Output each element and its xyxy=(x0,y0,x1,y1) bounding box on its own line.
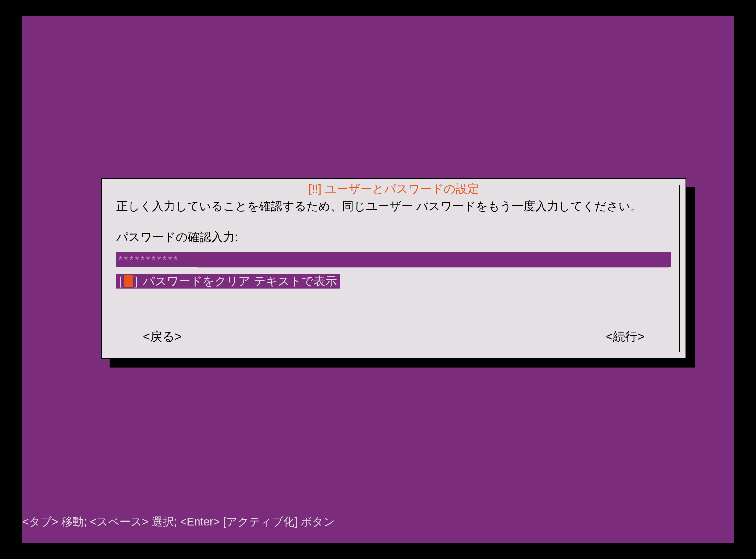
continue-button[interactable]: <続行> xyxy=(606,329,645,345)
dialog-button-row: <戻る> <続行> xyxy=(143,329,645,345)
back-button[interactable]: <戻る> xyxy=(143,329,182,345)
footer-help-text: <タブ> 移動; <スペース> 選択; <Enter> [アクティブ化] ボタン xyxy=(22,514,335,529)
instruction-text: 正しく入力していることを確認するため、同じユーザー パスワードをもう一度入力して… xyxy=(116,198,671,214)
checkbox-cursor-icon xyxy=(124,275,133,287)
bracket-open: [ xyxy=(116,274,124,288)
input-underline: ________________________________________… xyxy=(197,256,669,268)
password-confirm-dialog: [!!] ユーザーとパスワードの設定 正しく入力していることを確認するため、同じ… xyxy=(101,178,686,359)
checkbox-label: パスワードをクリア テキストで表示 xyxy=(143,273,337,289)
dialog-title: [!!] ユーザーとパスワードの設定 xyxy=(304,181,484,197)
dialog-body: 正しく入力していることを確認するため、同じユーザー パスワードをもう一度入力して… xyxy=(116,198,671,348)
password-field-label: パスワードの確認入力: xyxy=(116,229,671,245)
password-confirm-input[interactable]: *********** ____________________________… xyxy=(116,252,671,267)
password-mask: *********** xyxy=(118,254,179,266)
show-password-checkbox[interactable]: [ ] パスワードをクリア テキストで表示 xyxy=(116,274,340,289)
bracket-close: ] xyxy=(133,274,143,288)
installer-screen: [!!] ユーザーとパスワードの設定 正しく入力していることを確認するため、同じ… xyxy=(22,16,734,543)
